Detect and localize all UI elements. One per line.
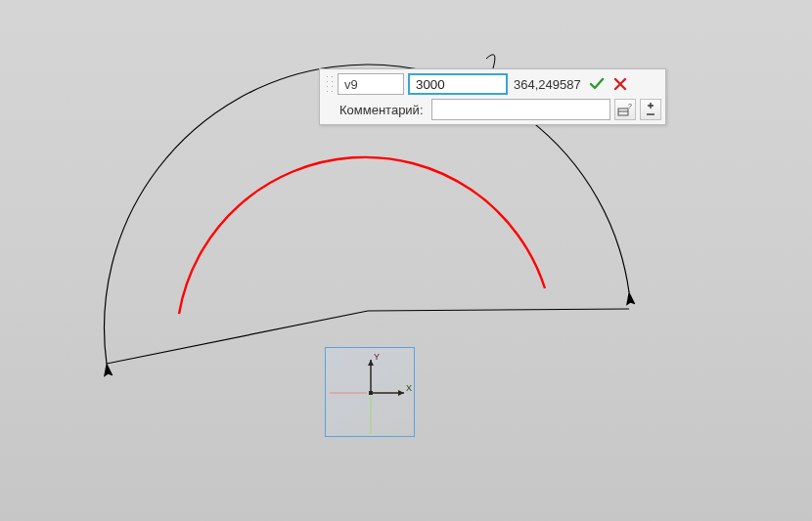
computed-value: 364,249587 — [512, 77, 583, 92]
dimension-hook — [486, 55, 495, 68]
variable-name-field[interactable]: v9 — [338, 73, 404, 95]
x-axis-label: X — [406, 383, 412, 393]
confirm-button[interactable] — [587, 74, 607, 94]
comment-input[interactable] — [431, 99, 611, 120]
plus-minus-icon — [645, 103, 656, 116]
origin-point — [369, 391, 373, 395]
panel-grip[interactable] — [324, 73, 334, 95]
svg-text:?: ? — [628, 103, 632, 109]
comment-label: Комментарий: — [338, 103, 424, 117]
offset-arc — [179, 157, 545, 314]
cancel-button[interactable] — [610, 74, 630, 94]
drawing-canvas[interactable]: X Y v9 364,249587 Комментарий: — [0, 0, 812, 521]
svg-marker-2 — [398, 390, 404, 396]
coordinate-system-gizmo[interactable]: X Y — [325, 347, 415, 437]
edit-reference-button[interactable]: ? — [614, 99, 636, 120]
dimension-input-panel[interactable]: v9 364,249587 Комментарий: ? — [319, 68, 666, 125]
plus-minus-button[interactable] — [640, 99, 661, 120]
close-icon — [615, 79, 625, 89]
y-axis-label: Y — [374, 352, 380, 362]
dimension-value-input[interactable] — [408, 73, 508, 95]
check-icon — [591, 79, 603, 88]
edit-reference-icon: ? — [617, 103, 633, 116]
